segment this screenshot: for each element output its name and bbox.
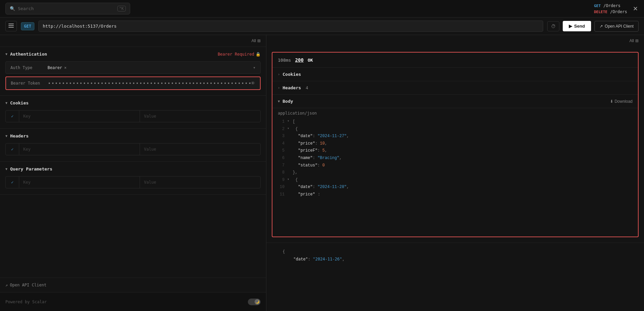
headers-section-header[interactable]: ▼ Headers <box>0 129 266 143</box>
bearer-token-label: Bearer Token <box>11 81 48 86</box>
json-line-1: 1 ▾ [ <box>278 118 633 126</box>
left-footer: ↗ Open API Client <box>0 278 266 292</box>
cookies-row: ✓ Key Value <box>5 110 261 122</box>
powered-by-bar: Powered by Scalar 🌙 <box>0 292 266 311</box>
content-area: All ⊞ ▼ Authentication Bearer Required 🔒… <box>0 35 644 311</box>
svg-rect-0 <box>8 24 14 24</box>
download-button[interactable]: ⬇ Download <box>610 99 633 104</box>
cookies-value-field[interactable]: Value <box>140 111 260 122</box>
dark-mode-toggle[interactable]: 🌙 <box>248 299 261 305</box>
left-filter-button[interactable]: All ⊞ <box>252 38 261 43</box>
search-placeholder: Search <box>18 6 34 11</box>
open-api-footer-label: Open API Client <box>10 283 46 287</box>
auth-content: Auth Type Bearer × ▾ Bearer Token ••••••… <box>0 61 266 95</box>
query-params-key-field[interactable]: Key <box>19 177 140 188</box>
toggle-thumb: 🌙 <box>255 299 260 305</box>
json-viewer: 1 ▾ [ 2 ▾ { 3 "date": "2024-11-27", 4 <box>272 118 638 237</box>
response-headers-section: › Headers 4 <box>272 81 638 95</box>
cookies-chevron-icon: ▼ <box>5 101 7 105</box>
download-icon: ⬇ <box>610 99 613 104</box>
filter-icon: ⊞ <box>257 38 261 43</box>
query-params-section: ▼ Query Parameters ✓ Key Value <box>0 162 266 195</box>
auth-type-clear-button[interactable]: × <box>64 65 66 70</box>
query-params-section-title: Query Parameters <box>10 166 52 172</box>
right-filter-icon: ⊞ <box>635 38 639 43</box>
content-type-label: application/json <box>272 108 638 118</box>
cookies-section: ▼ Cookies ✓ Key Value <box>0 96 266 129</box>
headers-value-field[interactable]: Value <box>140 144 260 155</box>
headers-count-badge: 4 <box>306 86 308 90</box>
response-body-chevron-icon: ▼ <box>278 99 280 103</box>
right-filter-button[interactable]: All ⊞ <box>630 38 639 43</box>
toolbar-right: ⏱ ▶ Send ↗ Open API Client <box>547 21 639 32</box>
response-time: 108ms <box>278 58 291 63</box>
bottom-right-json: { "date": "2024-11-26", <box>266 243 644 268</box>
response-cookies-chevron-icon: › <box>278 72 280 76</box>
auth-chevron-icon: ▼ <box>5 52 7 56</box>
auth-section-title: Authentication <box>10 52 47 57</box>
open-api-footer-link[interactable]: ↗ Open API Client <box>5 283 261 287</box>
query-params-content: ✓ Key Value <box>0 176 266 194</box>
auth-type-label: Auth Type <box>10 65 48 70</box>
json-line-9: 9 ▾ { <box>278 177 633 184</box>
json-line-4: 4 "price": 10, <box>278 140 633 148</box>
expand-icon-9[interactable]: ▾ <box>287 177 289 183</box>
send-button[interactable]: ▶ Send <box>563 21 591 31</box>
cookies-section-title: Cookies <box>10 100 29 105</box>
authentication-section-header[interactable]: ▼ Authentication Bearer Required 🔒 <box>0 47 266 61</box>
auth-dropdown-arrow-icon[interactable]: ▾ <box>253 65 256 70</box>
auth-lock-icon: 🔒 <box>256 52 261 57</box>
json-line-11: 11 "price": <box>278 191 633 198</box>
query-params-section-header[interactable]: ▼ Query Parameters <box>0 162 266 176</box>
open-api-label: Open API Client <box>605 24 634 29</box>
url-bar[interactable]: http://localhost:5137/Orders <box>38 21 543 32</box>
bearer-token-row: Bearer Token •••••••••••••••••••••••••••… <box>5 76 261 90</box>
close-button[interactable]: ✕ <box>631 5 639 13</box>
route-item-get[interactable]: GET /Orders <box>594 3 627 8</box>
headers-section-title: Headers <box>10 133 29 138</box>
right-filter-bar: All ⊞ <box>266 35 644 46</box>
method-delete-label: DELETE <box>594 10 608 14</box>
headers-chevron-icon: ▼ <box>5 134 7 138</box>
route-path-delete: /Orders <box>610 9 627 14</box>
open-api-client-button[interactable]: ↗ Open API Client <box>594 21 639 32</box>
powered-by-text: Powered by Scalar <box>5 300 47 304</box>
bottom-json-indent1: { <box>272 248 639 256</box>
cookies-key-field[interactable]: Key <box>19 111 140 122</box>
search-icon: 🔍 <box>10 6 15 11</box>
left-filter-label: All <box>252 38 256 43</box>
expand-icon-1[interactable]: ▾ <box>287 118 289 124</box>
response-cookies-header[interactable]: › Cookies <box>272 68 638 81</box>
top-routes-panel: GET /Orders DELETE /Orders <box>594 3 627 14</box>
method-get-label: GET <box>594 4 601 8</box>
response-status-code: 200 <box>295 57 303 63</box>
query-params-value-field[interactable]: Value <box>140 177 260 188</box>
response-body-title: Body <box>283 99 293 104</box>
auth-required-badge: Bearer Required 🔒 <box>218 52 261 57</box>
headers-checkbox[interactable]: ✓ <box>6 144 19 155</box>
cookies-checkbox[interactable]: ✓ <box>6 111 19 122</box>
response-body-header: ▼ Body ⬇ Download <box>272 95 638 108</box>
json-line-10: 10 "date": "2024-11-28", <box>278 184 633 191</box>
query-params-checkbox[interactable]: ✓ <box>6 177 19 188</box>
response-cookies-title: Cookies <box>283 72 301 77</box>
json-line-2: 2 ▾ { <box>278 126 633 133</box>
sidebar-toggle-button[interactable] <box>5 21 17 31</box>
search-bar: 🔍 Search ^K GET /Orders DELETE /Orders ✕ <box>0 0 644 18</box>
response-body-section: ▼ Body ⬇ Download application/json 1 ▾ [ <box>272 95 638 237</box>
cookies-content: ✓ Key Value <box>0 110 266 128</box>
route-item-delete[interactable]: DELETE /Orders <box>594 9 627 14</box>
response-headers-chevron-icon: › <box>278 86 280 90</box>
auth-required-label: Bearer Required <box>218 52 254 57</box>
headers-key-field[interactable]: Key <box>19 144 140 155</box>
show-token-button[interactable]: 👁 <box>251 81 255 86</box>
auth-type-row: Auth Type Bearer × ▾ <box>5 61 261 74</box>
cookies-section-header[interactable]: ▼ Cookies <box>0 96 266 110</box>
search-input-wrapper[interactable]: 🔍 Search ^K <box>5 3 130 14</box>
expand-icon-2[interactable]: ▾ <box>287 126 289 132</box>
toggle-track[interactable]: 🌙 <box>248 299 261 305</box>
json-line-8: 8 }, <box>278 169 633 177</box>
response-headers-header[interactable]: › Headers 4 <box>272 81 638 94</box>
history-button[interactable]: ⏱ <box>547 21 559 31</box>
svg-rect-2 <box>8 27 14 28</box>
